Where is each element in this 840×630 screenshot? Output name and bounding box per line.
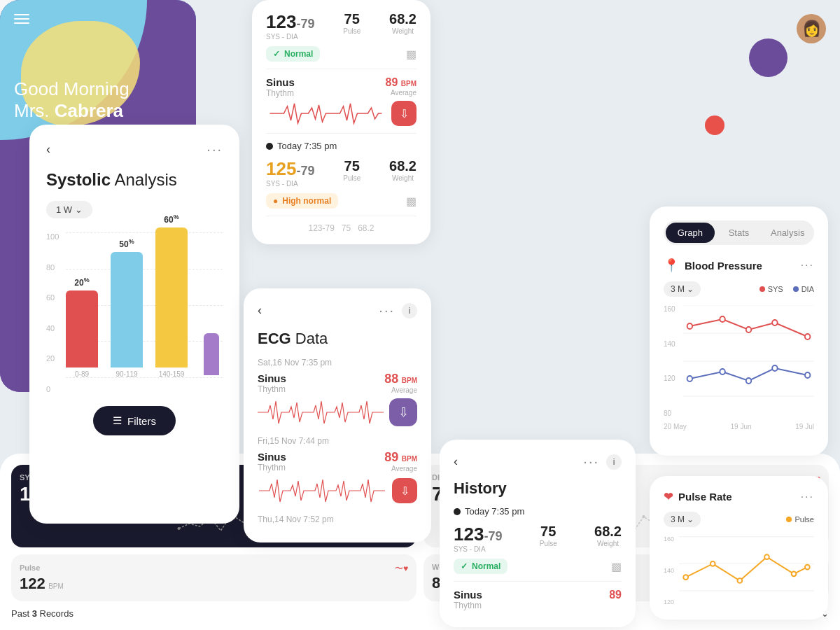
week-selector[interactable]: 1 W ⌄ [46, 201, 92, 218]
bp-title: 📍 Blood Pressure [664, 258, 762, 273]
sys-value-2: 125 [266, 158, 296, 179]
history-pulse-label: Pulse [540, 540, 557, 547]
bar-group-extra [200, 321, 223, 378]
filters-button[interactable]: ☰ Filters [93, 406, 176, 435]
bar-extra [204, 333, 219, 375]
svg-point-18 [720, 369, 724, 374]
history-sinus-section: Sinus Thythm 89 [454, 589, 622, 610]
info-button[interactable]: i [402, 303, 417, 318]
chevron-down-icon: ⌄ [75, 204, 83, 215]
history-sinus-row: Sinus Thythm 89 [454, 589, 622, 610]
bp-period-text: 3 M [671, 284, 685, 294]
history-sinus-title: Sinus [454, 589, 482, 601]
bar-90-119 [111, 252, 143, 368]
bp-title-text: Blood Pressure [685, 260, 762, 272]
chart-bars-container: 20% 0-89 50% 90-119 60% 140-159 [66, 232, 223, 378]
pulse-period-badge[interactable]: 3 M ⌄ [664, 512, 701, 527]
download-button-1[interactable]: ⇩ [391, 101, 416, 126]
bar-group-0-89: 20% 0-89 [66, 276, 98, 378]
svg-point-14 [746, 327, 751, 332]
history-weight: 68.2 [594, 524, 622, 540]
bar-group-90-119: 50% 90-119 [111, 238, 143, 378]
sys-value: 123 [266, 11, 296, 32]
more-button[interactable]: ··· [206, 141, 223, 158]
download-button-ecg-1[interactable]: ⇩ [389, 398, 417, 426]
legend-sys: SYS [760, 285, 783, 293]
sinus-title: Sinus [266, 76, 295, 88]
ecg-more-button[interactable]: ··· [379, 302, 395, 318]
bp-more-button[interactable]: ··· [801, 259, 814, 272]
status-badge-high: ● High normal [266, 193, 338, 209]
bp-svg [683, 305, 814, 417]
pulse-chart: 160 140 120 [664, 536, 814, 606]
pulse-label: Pulse [343, 27, 360, 35]
pulse-title: ❤ Pulse Rate [664, 490, 732, 503]
tab-analysis[interactable]: Analysis [763, 223, 812, 243]
history-title: History [454, 479, 622, 498]
reading-numbers-row: 123-79 SYS - DIA 75 Pulse 68.2 Weight [266, 11, 416, 41]
card-nav: ‹ ··· [46, 141, 223, 158]
bp-period-badge[interactable]: 3 M ⌄ [664, 281, 701, 297]
ecg-back-button[interactable]: ‹ [258, 303, 262, 318]
bar-chart: 100 80 60 40 20 0 20% 0-89 50% 90-119 [46, 232, 223, 393]
svg-point-29 [792, 571, 797, 576]
history-weight-label: Weight [594, 540, 622, 547]
history-reading-row: 123-79 SYS - DIA 75 Pulse 68.2 Weight [454, 524, 622, 553]
history-sinus-sub: Thythm [454, 601, 482, 610]
ecg-sinus-1: Sinus [258, 372, 286, 384]
download-button-ecg-2[interactable]: ⇩ [392, 478, 417, 503]
sys-dia-label-2: SYS - DIA [266, 180, 314, 188]
pulse-more-button[interactable]: ··· [801, 491, 814, 503]
svg-point-13 [720, 316, 724, 322]
history-bottom-card: ‹ ··· i History Today 7:35 pm 123-79 SYS… [440, 440, 636, 627]
weight-label: Weight [389, 27, 416, 35]
weight-reading-2: 68.2 [389, 158, 416, 174]
svg-point-21 [805, 372, 810, 378]
status-high-text: High normal [282, 196, 331, 206]
card-title: Systolic Analysis [46, 170, 223, 190]
svg-point-25 [683, 575, 688, 580]
ecg-wave-1 [258, 398, 384, 426]
history-reading-section: 123-79 SYS - DIA 75 Pulse 68.2 Weight ✓ … [454, 524, 622, 582]
ecg-sinus-sub-2: Thythm [258, 463, 286, 472]
history-sys-label: SYS - DIA [454, 545, 502, 553]
sinus-row: Sinus Thythm 89 BPM Average [266, 76, 416, 98]
legend-dia-text: DIA [802, 285, 814, 293]
ecg-date-2: Fri,15 Nov 7:44 pm [258, 436, 417, 446]
bpm-unit: BPM [401, 80, 416, 88]
menu-button[interactable] [14, 14, 29, 24]
ecg-sinus-2: Sinus [258, 451, 286, 463]
bpm-unit-2: BPM [402, 455, 417, 463]
bar-group-140-159: 60% 140-159 [155, 214, 188, 378]
pulse-section-header: ❤ Pulse Rate ··· [664, 490, 814, 503]
pulse-dot [786, 517, 792, 522]
history-more-button[interactable]: ··· [583, 454, 599, 470]
ecg-data-card: ‹ ··· i ECG Data Sat,16 Nov 7:35 pm Sinu… [244, 288, 431, 542]
history-back-button[interactable]: ‹ [454, 454, 458, 469]
dia-value: -79 [296, 17, 314, 31]
history-info-button[interactable]: i [606, 454, 622, 470]
status-text: Normal [284, 49, 313, 59]
week-label: 1 W [56, 204, 72, 215]
svg-point-12 [687, 323, 692, 329]
history-sys-val: 123 [454, 524, 484, 545]
tab-stats[interactable]: Stats [715, 223, 764, 243]
greeting-name: Cabrera [55, 100, 123, 121]
bar-0-89 [66, 290, 98, 368]
pulse-period-select: 3 M ⌄ Pulse [664, 512, 814, 527]
y-axis-labels: 100 80 60 40 20 0 [46, 232, 59, 393]
bp-x-labels: 20 May 19 Jun 19 Jul [664, 423, 814, 430]
ecg-date-3: Thu,14 Nov 7:52 pm [258, 514, 417, 524]
svg-point-15 [772, 320, 777, 326]
back-button[interactable]: ‹ [46, 142, 50, 157]
menu-line [14, 18, 29, 20]
bp-period-select: 3 M ⌄ SYS DIA [664, 281, 814, 297]
reading2-row: 125-79 SYS - DIA 75 Pulse 68.2 Weight [266, 158, 416, 188]
ecg-date-1: Sat,16 Nov 7:35 pm [258, 358, 417, 368]
ecg-entry-1: Sat,16 Nov 7:35 pm Sinus Thythm 88 BPM A… [258, 358, 417, 426]
legend-sys-text: SYS [768, 285, 783, 293]
chart-bar-icon-2: ▩ [406, 195, 416, 208]
tab-graph[interactable]: Graph [666, 223, 715, 243]
history-nav: ‹ ··· i [454, 454, 622, 470]
more-readings-hint: 123-79 75 68.2 [266, 223, 416, 233]
